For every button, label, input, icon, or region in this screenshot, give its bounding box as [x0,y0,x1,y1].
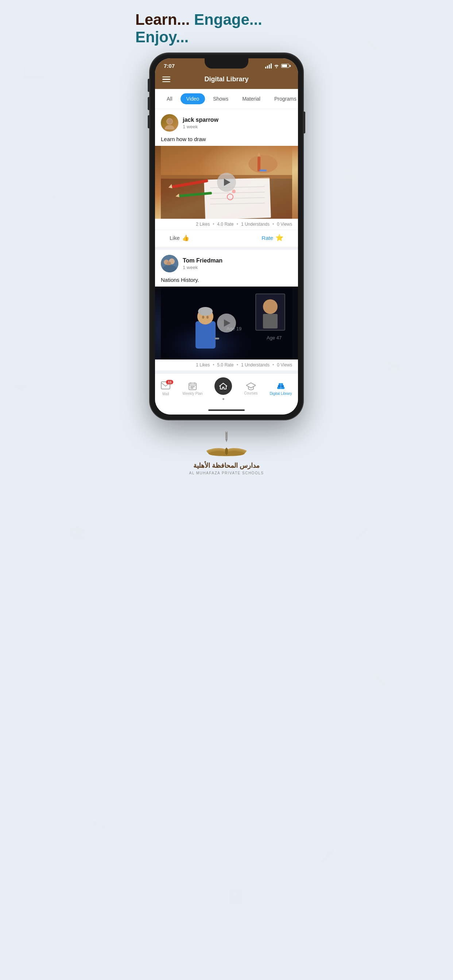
post-2-stats: 1 Likes • 5.0 Rate • 1 Understands • 0 V… [155,360,298,371]
battery-icon [281,64,289,68]
post-1-header: jack sparrow 1 week [155,109,298,135]
phone-frame: 7:07 [150,53,303,420]
post-1-likes: 2 Likes [196,222,210,227]
hero-title: Learn... Engage... Enjoy... [135,11,262,46]
nav-item-weekly-plan[interactable]: Weekly Plan [182,382,203,396]
phone-screen: 7:07 [155,58,298,415]
post-2-thumbnail: Age 19 Age 47 [155,286,298,360]
post-1-views: 0 Views [277,222,292,227]
svg-text:📓: 📓 [226,888,245,905]
svg-text:🖋️: 🖋️ [317,848,336,866]
filter-tabs: All Video Shows Material Programs [155,89,298,109]
svg-rect-42 [196,321,215,348]
post-1-rate-button[interactable]: Rate ⭐ [262,234,283,242]
post-2-views: 0 Views [277,363,292,368]
post-2-author: Tom Friedman [183,258,292,264]
svg-text:🎨: 🎨 [385,359,403,376]
notch [205,58,248,68]
svg-text:📏: 📏 [371,672,389,690]
tab-material[interactable]: Material [236,93,266,104]
svg-point-45 [202,316,204,319]
svg-point-16 [165,125,174,129]
post-1-video[interactable] [155,146,298,219]
app-title: Digital Library [170,75,283,83]
post-2-avatar [161,255,179,272]
post-1-avatar [161,114,179,132]
tab-all[interactable]: All [161,93,179,104]
svg-marker-64 [246,383,256,388]
home-icon [219,382,227,390]
like-label: Like [170,235,180,241]
svg-point-17 [167,119,172,124]
app-header: Digital Library [155,72,298,89]
post-1-play-button[interactable] [217,173,236,192]
status-time: 7:07 [164,63,175,69]
svg-text:🔬: 🔬 [45,184,61,199]
svg-rect-34 [259,170,266,171]
svg-rect-73 [226,431,227,433]
post-1-rate: 4.0 Rate [217,222,233,227]
svg-text:✏️: ✏️ [362,35,381,52]
svg-text:📚: 📚 [68,525,87,543]
svg-point-74 [225,448,228,455]
post-2-video[interactable]: Age 19 Age 47 [155,286,298,360]
signal-bars [265,64,272,68]
tab-programs[interactable]: Programs [268,93,298,104]
hero-learn-text: Learn... [135,11,190,28]
star-icon: ⭐ [275,234,283,242]
thumbs-up-icon: 👍 [182,234,189,241]
svg-rect-59 [192,386,193,387]
post-2-understands: 1 Understands [241,363,270,368]
svg-point-46 [206,316,209,319]
hamburger-menu-icon[interactable] [162,76,170,83]
post-1-stats: 2 Likes • 4.0 Rate • 1 Understands • 0 V… [155,219,298,230]
nav-label-weekly-plan: Weekly Plan [182,391,203,396]
tab-video[interactable]: Video [180,93,205,104]
home-indicator [155,407,298,415]
school-logo-section: مدارس المحافظة الأهلية Al Muhafaza Priva… [189,431,264,475]
svg-text:🖊️: 🖊️ [353,527,370,542]
svg-text:📖: 📖 [22,61,46,83]
nav-label-courses: Courses [244,391,257,395]
post-1-thumbnail [155,146,298,219]
home-center-button[interactable] [214,377,232,395]
school-name: مدارس المحافظة الأهلية Al Muhafaza Priva… [189,461,264,475]
nav-item-mail[interactable]: 11 Mail [161,381,170,396]
svg-marker-72 [225,439,228,442]
nav-label-mail: Mail [162,392,169,396]
nav-item-courses[interactable]: Courses [244,382,257,395]
svg-text:ABC: ABC [159,478,185,493]
svg-point-32 [232,189,236,193]
post-card-1: jack sparrow 1 week Learn how to draw [155,109,298,247]
books-icon [276,382,286,390]
nav-item-digital-library[interactable]: Digital Library [270,382,292,396]
home-bar [208,409,245,411]
wifi-icon [274,64,279,68]
school-logo-graphic [205,431,248,463]
svg-text:Age 47: Age 47 [266,335,282,340]
svg-rect-50 [263,314,278,328]
post-1-author: jack sparrow [183,117,292,123]
svg-text:📐: 📐 [340,161,361,181]
post-2-play-button[interactable] [217,313,236,332]
svg-rect-61 [190,388,192,389]
post-card-2: Tom Friedman 1 week Nations History. [155,250,298,371]
post-1-action-bar: Like 👍 Rate ⭐ [155,230,298,247]
post-2-likes: 1 Likes [196,363,210,368]
status-icons [265,64,289,68]
post-2-time: 1 week [183,265,292,270]
svg-rect-47 [215,337,219,339]
post-1-like-button[interactable]: Like 👍 [170,234,189,241]
status-bar: 7:07 [155,58,298,72]
tab-shows[interactable]: Shows [207,93,234,104]
post-2-meta: Tom Friedman 1 week [183,258,292,270]
nav-item-home[interactable] [214,377,232,400]
graduation-icon [246,382,256,390]
svg-rect-58 [190,386,192,387]
svg-rect-60 [193,386,195,387]
post-1-title: Learn how to draw [155,135,298,146]
nav-label-digital-library: Digital Library [270,391,292,396]
post-2-header: Tom Friedman 1 week [155,250,298,275]
post-1-understands: 1 Understands [241,222,270,227]
hero-section: Learn... Engage... Enjoy... [128,7,325,53]
